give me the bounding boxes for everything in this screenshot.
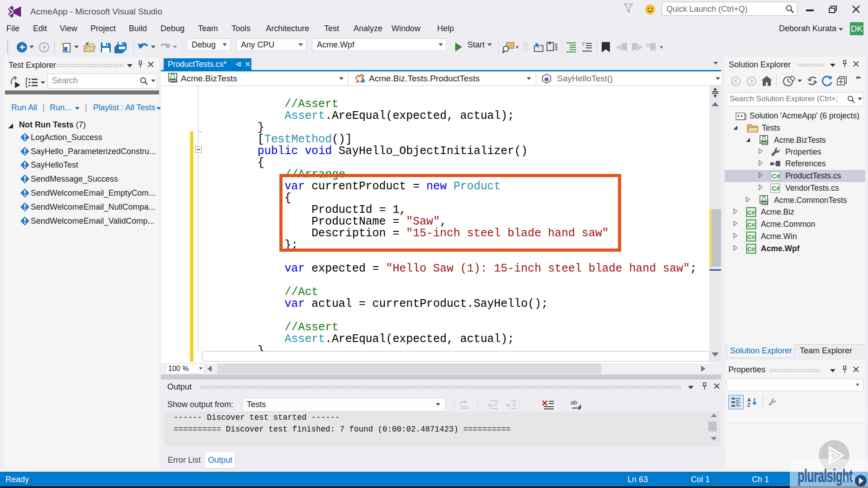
svg-text:C#: C#	[772, 173, 780, 180]
svg-text:?: ?	[581, 42, 585, 48]
svg-text:ab: ab	[571, 399, 577, 406]
svg-text:Z: Z	[747, 402, 750, 407]
svg-text:C#: C#	[747, 221, 755, 228]
svg-text:C#: C#	[747, 209, 755, 216]
svg-text:C#: C#	[747, 246, 755, 253]
svg-text:C#: C#	[772, 185, 780, 192]
svg-text:C#: C#	[747, 234, 755, 240]
